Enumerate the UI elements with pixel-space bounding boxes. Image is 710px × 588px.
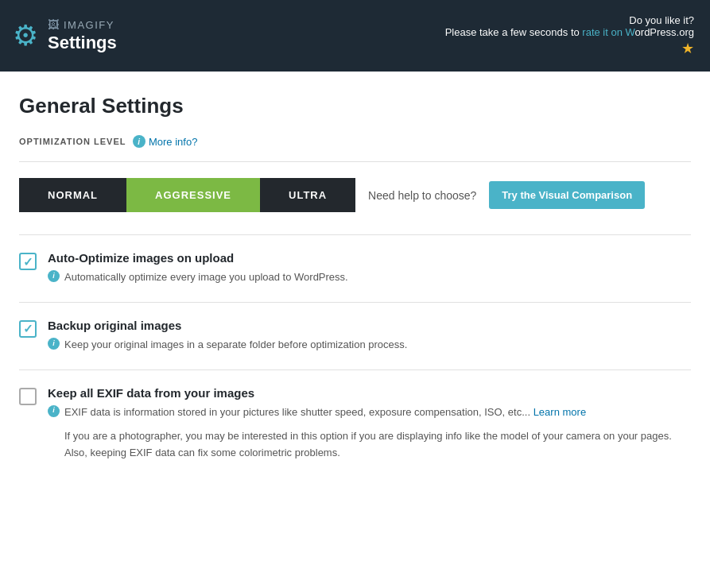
optimization-level-row: NORMAL AGGRESSIVE ULTRA Need help to cho…: [19, 178, 691, 212]
checkbox-backup[interactable]: [19, 320, 37, 338]
page-title: General Settings: [19, 94, 691, 118]
exif-desc-text: EXIF data is information stored in your …: [64, 404, 586, 421]
info-icon: i: [133, 135, 145, 148]
learn-more-link[interactable]: Learn more: [533, 406, 586, 418]
more-info-link[interactable]: More info?: [149, 136, 197, 148]
visual-comparison-button[interactable]: Try the Visual Comparison: [489, 181, 645, 209]
divider-top: [19, 161, 691, 162]
settings-item-backup-desc: i Keep your original images in a separat…: [48, 337, 691, 354]
settings-item-exif: Keep all EXIF data from your images i EX…: [19, 386, 691, 462]
settings-item-auto-optimize-title: Auto-Optimize images on upload: [48, 251, 691, 265]
settings-item-exif-title: Keep all EXIF data from your images: [48, 386, 691, 400]
header-notice: Do you like it? Please take a few second…: [445, 14, 694, 57]
checkbox-exif-wrapper[interactable]: [19, 388, 37, 405]
rate-link[interactable]: rate it on W: [582, 26, 634, 38]
optimization-level-header: OPTIMIZATION LEVEL i More info?: [19, 134, 691, 149]
optimization-buttons: NORMAL AGGRESSIVE ULTRA: [19, 178, 355, 212]
settings-item-auto-optimize-content: Auto-Optimize images on upload i Automat…: [48, 251, 691, 286]
logo-text: IMAGIFY: [64, 19, 114, 31]
exif-extra-text: If you are a photographer, you may be in…: [64, 428, 691, 462]
settings-section-exif: Keep all EXIF data from your images i EX…: [19, 369, 691, 478]
star-icon: ★: [445, 40, 694, 57]
opt-btn-normal[interactable]: NORMAL: [19, 178, 126, 212]
opt-btn-aggressive[interactable]: AGGRESSIVE: [126, 178, 260, 212]
backup-desc-text: Keep your original images in a separate …: [64, 337, 407, 354]
settings-item-auto-optimize: Auto-Optimize images on upload i Automat…: [19, 251, 691, 286]
info-icon-backup: i: [48, 338, 60, 350]
notice-text: Do you like it?: [629, 14, 694, 26]
checkbox-exif[interactable]: [19, 388, 37, 405]
info-icon-auto-optimize: i: [48, 270, 60, 282]
settings-item-backup-content: Backup original images i Keep your origi…: [48, 319, 691, 354]
need-help-text: Need help to choose?: [368, 189, 476, 202]
settings-item-exif-desc: i EXIF data is information stored in you…: [48, 404, 691, 421]
optimization-label: OPTIMIZATION LEVEL: [19, 137, 126, 146]
imagify-logo-icon: 🖼: [48, 18, 59, 31]
app-header: ⚙ 🖼 IMAGIFY Settings Do you like it? Ple…: [0, 0, 710, 72]
brand-logo: 🖼 IMAGIFY Settings: [48, 18, 117, 53]
settings-item-backup: Backup original images i Keep your origi…: [19, 319, 691, 354]
checkbox-backup-wrapper[interactable]: [19, 320, 37, 338]
auto-optimize-desc-text: Automatically optimize every image you u…: [64, 269, 348, 286]
settings-section-backup: Backup original images i Keep your origi…: [19, 302, 691, 369]
info-icon-exif: i: [48, 405, 60, 417]
settings-item-exif-content: Keep all EXIF data from your images i EX…: [48, 386, 691, 462]
settings-section-auto-optimize: Auto-Optimize images on upload i Automat…: [19, 234, 691, 302]
checkbox-auto-optimize-wrapper[interactable]: [19, 253, 37, 270]
settings-item-auto-optimize-desc: i Automatically optimize every image you…: [48, 269, 691, 286]
notice-line2: Please take a few seconds to rate it on …: [445, 26, 694, 38]
app-title: Settings: [48, 33, 117, 53]
main-content: General Settings OPTIMIZATION LEVEL i Mo…: [0, 72, 710, 588]
header-brand-area: ⚙ 🖼 IMAGIFY Settings: [13, 18, 117, 53]
gear-icon: ⚙: [13, 21, 38, 50]
checkbox-auto-optimize[interactable]: [19, 253, 37, 270]
settings-item-backup-title: Backup original images: [48, 319, 691, 332]
opt-btn-ultra[interactable]: ULTRA: [260, 178, 355, 212]
